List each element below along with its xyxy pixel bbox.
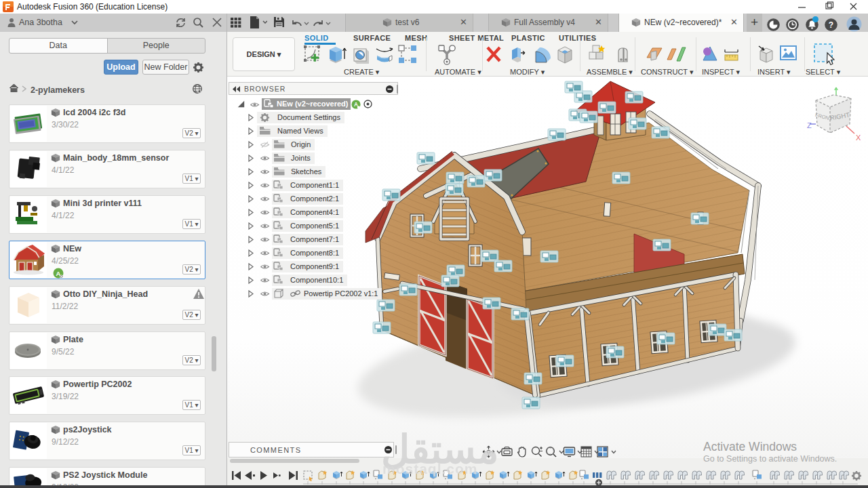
svg-text:?: ? bbox=[829, 20, 833, 30]
svg-text:Z: Z bbox=[807, 121, 812, 129]
svg-text:X: X bbox=[856, 134, 861, 142]
